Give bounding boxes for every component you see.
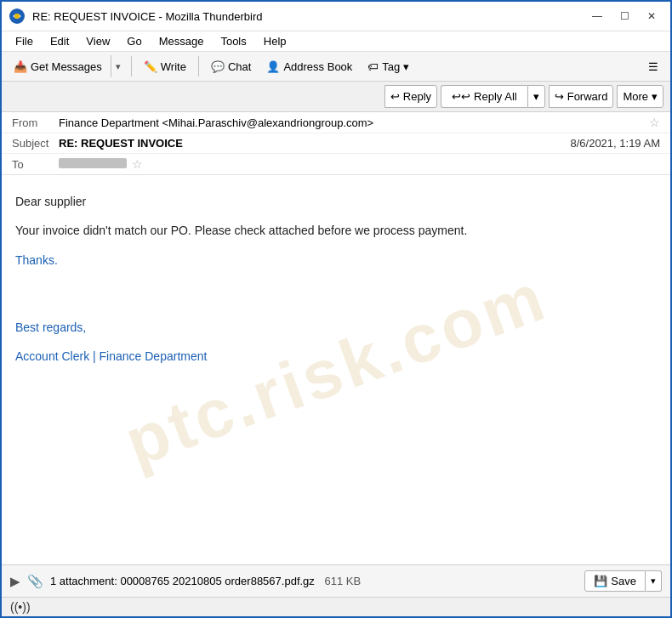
svg-point-1 — [14, 14, 20, 19]
from-row: From Finance Department <Mihai.Paraschiv… — [2, 112, 670, 133]
reply-all-dropdown[interactable]: ▾ — [527, 85, 545, 108]
forward-button-group: ↪ Forward — [549, 85, 614, 108]
email-date: 8/6/2021, 1:19 AM — [570, 137, 660, 150]
get-messages-label: Get Messages — [31, 60, 102, 73]
best-regards: Best regards, — [15, 318, 657, 337]
menu-go[interactable]: Go — [120, 33, 148, 49]
write-icon: ✏️ — [144, 60, 157, 73]
from-star-icon[interactable]: ☆ — [649, 116, 660, 129]
to-label: To — [12, 158, 59, 171]
attachment-size: 611 KB — [324, 575, 361, 587]
maximize-button[interactable]: ☐ — [612, 7, 636, 26]
subject-row: Subject RE: REQUEST INVOICE 8/6/2021, 1:… — [2, 133, 670, 154]
statusbar: ((•)) — [2, 597, 670, 616]
action-toolbar: ↩ Reply ↩↩ Reply All ▾ ↪ Forward More ▾ — [2, 82, 670, 112]
attachment-count: 1 attachment: — [50, 575, 117, 587]
chat-label: Chat — [228, 60, 251, 73]
more-dropdown-icon: ▾ — [652, 90, 658, 103]
titlebar: RE: REQUEST INVOICE - Mozilla Thunderbir… — [2, 2, 670, 31]
address-book-button[interactable]: 👤 Address Book — [259, 57, 359, 77]
to-row: To ☆ — [2, 154, 670, 174]
get-messages-button[interactable]: 📥 Get Messages — [7, 57, 109, 77]
chat-button[interactable]: 💬 Chat — [204, 57, 258, 77]
main-toolbar: 📥 Get Messages ▾ ✏️ Write 💬 Chat 👤 Addre… — [2, 52, 670, 82]
attachment-bar: ▶ 📎 1 attachment: 00008765 20210805 orde… — [2, 564, 670, 597]
address-book-icon: 👤 — [266, 60, 280, 73]
chevron-right-icon: ▶ — [10, 574, 20, 589]
forward-icon: ↪ — [555, 90, 564, 103]
menu-tools[interactable]: Tools — [214, 33, 253, 49]
forward-label: Forward — [567, 90, 608, 103]
save-button-group: 💾 Save ▾ — [584, 570, 662, 592]
greeting: Dear supplier — [15, 192, 657, 211]
tag-button[interactable]: 🏷 Tag ▾ — [361, 57, 416, 77]
reply-button[interactable]: ↩ Reply — [384, 85, 437, 108]
address-book-label: Address Book — [283, 60, 352, 73]
email-body: ptc.risk.com Dear supplier Your invoice … — [2, 175, 670, 564]
menu-help[interactable]: Help — [257, 33, 293, 49]
hamburger-menu-button[interactable]: ☰ — [641, 57, 665, 77]
menubar: File Edit View Go Message Tools Help — [2, 31, 670, 52]
separator-1 — [131, 56, 132, 77]
signature: Account Clerk | Finance Department — [15, 347, 657, 366]
from-label: From — [12, 116, 59, 129]
menu-edit[interactable]: Edit — [43, 33, 76, 49]
write-button[interactable]: ✏️ Write — [137, 57, 193, 77]
subject-label: Subject — [12, 137, 59, 150]
more-label: More — [623, 90, 648, 103]
save-icon: 💾 — [594, 575, 607, 587]
forward-button[interactable]: ↪ Forward — [549, 85, 614, 108]
save-dropdown[interactable]: ▾ — [646, 570, 662, 592]
tag-dropdown-icon: ▾ — [403, 60, 409, 73]
minimize-button[interactable]: — — [585, 7, 609, 26]
paperclip-icon: 📎 — [27, 574, 43, 589]
window-title: RE: REQUEST INVOICE - Mozilla Thunderbir… — [32, 10, 585, 23]
reply-all-button[interactable]: ↩↩ Reply All — [441, 85, 527, 108]
reply-label: Reply — [403, 90, 431, 103]
more-button-group: More ▾ — [617, 85, 663, 108]
write-label: Write — [161, 60, 186, 73]
window-controls: — ☐ ✕ — [585, 7, 663, 26]
save-button[interactable]: 💾 Save — [584, 570, 646, 592]
menu-view[interactable]: View — [79, 33, 117, 49]
menu-file[interactable]: File — [9, 33, 40, 49]
tag-label: Tag — [382, 60, 400, 73]
hamburger-icon: ☰ — [648, 60, 658, 73]
to-star-icon[interactable]: ☆ — [132, 157, 143, 171]
attachment-info: 1 attachment: 00008765 20210805 order885… — [50, 575, 578, 587]
chat-icon: 💬 — [211, 60, 225, 73]
app-logo — [9, 8, 26, 25]
email-headers: From Finance Department <Mihai.Paraschiv… — [2, 112, 670, 175]
body-paragraph1: Your invoice didn't match our PO. Please… — [15, 221, 657, 240]
main-window: RE: REQUEST INVOICE - Mozilla Thunderbir… — [0, 0, 672, 618]
to-value-redacted — [59, 158, 127, 168]
wifi-icon: ((•)) — [10, 600, 31, 614]
attachment-filename: 00008765 20210805 order88567.pdf.gz — [120, 575, 314, 587]
get-messages-dropdown[interactable]: ▾ — [111, 55, 126, 77]
subject-value: RE: REQUEST INVOICE — [59, 137, 570, 150]
tag-icon: 🏷 — [367, 60, 379, 73]
watermark: ptc.risk.com — [110, 243, 562, 496]
reply-icon: ↩ — [390, 90, 400, 103]
reply-all-button-group: ↩↩ Reply All ▾ — [441, 85, 545, 108]
thanks-text: Thanks. — [15, 251, 657, 269]
from-value: Finance Department <Mihai.Paraschiv@alex… — [59, 116, 644, 129]
more-button[interactable]: More ▾ — [617, 85, 663, 108]
reply-button-group: ↩ Reply — [384, 85, 437, 108]
separator-2 — [198, 56, 199, 77]
reply-all-label: Reply All — [474, 90, 517, 103]
inbox-icon: 📥 — [14, 60, 27, 73]
menu-message[interactable]: Message — [152, 33, 211, 49]
close-button[interactable]: ✕ — [640, 7, 663, 26]
save-label: Save — [611, 575, 636, 587]
reply-all-icon: ↩↩ — [452, 90, 470, 103]
